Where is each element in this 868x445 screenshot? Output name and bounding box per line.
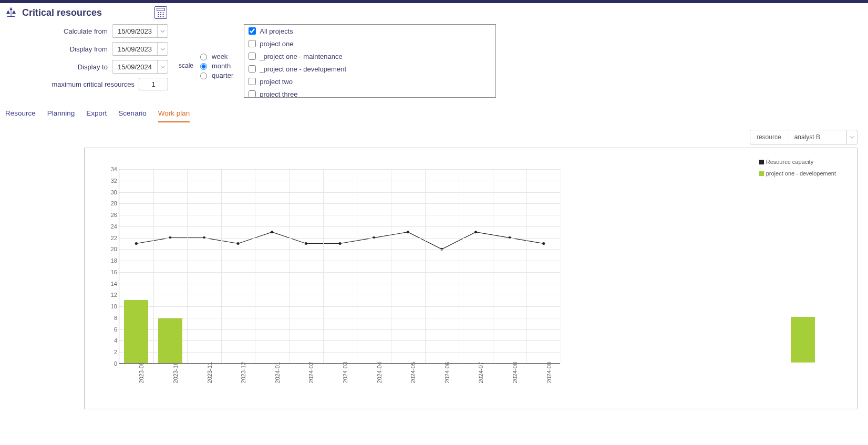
scale-option-week[interactable]: week: [198, 52, 233, 60]
display-from-label: Display from: [70, 45, 108, 53]
svg-point-22: [542, 242, 545, 245]
svg-point-6: [163, 14, 164, 15]
project-checkbox[interactable]: [249, 65, 256, 73]
project-label: project three: [260, 90, 297, 98]
svg-point-1: [158, 12, 159, 13]
project-label: All projects: [260, 27, 293, 35]
resource-select[interactable]: resource analyst B: [750, 130, 857, 144]
page-header: Critical resources: [0, 3, 868, 24]
y-tick: 30: [107, 189, 117, 195]
chevron-down-icon[interactable]: [157, 43, 168, 55]
y-tick: 14: [107, 281, 117, 287]
capacity-line: [119, 169, 560, 363]
project-label: project one: [260, 40, 293, 48]
project-checkbox[interactable]: [249, 90, 256, 98]
chevron-down-icon[interactable]: [846, 130, 857, 144]
legend-capacity: Resource capacity: [759, 159, 836, 165]
chart-legend: Resource capacity project one - develope…: [759, 159, 836, 182]
scale-option-month[interactable]: month: [198, 61, 233, 70]
plot-area: 02468101214161820222426283032342023-0920…: [119, 169, 560, 364]
x-tick: 2023-10: [172, 362, 179, 383]
svg-point-3: [163, 12, 164, 13]
project-list-item[interactable]: _project one - maintenance: [244, 50, 495, 63]
y-tick: 16: [107, 269, 117, 275]
y-tick: 34: [107, 166, 117, 172]
bar: [158, 318, 182, 363]
calculate-from-input[interactable]: 15/09/2023: [112, 24, 168, 38]
project-label: project two: [260, 78, 293, 86]
chart-container: 02468101214161820222426283032342023-0920…: [84, 148, 857, 409]
filter-form: Calculate from 15/09/2023 Display from 1…: [0, 24, 868, 103]
y-tick: 20: [107, 246, 117, 252]
x-tick: 2024-05: [410, 362, 416, 383]
tab-resource[interactable]: Resource: [5, 107, 36, 122]
project-list-item[interactable]: project one: [244, 37, 495, 50]
svg-point-16: [339, 242, 342, 245]
x-tick: 2023-11: [206, 362, 213, 383]
chevron-down-icon[interactable]: [157, 25, 168, 37]
svg-point-9: [163, 16, 164, 17]
project-list[interactable]: All projectsproject one_project one - ma…: [244, 24, 496, 98]
project-list-item[interactable]: All projects: [244, 25, 495, 37]
x-tick: 2024-03: [342, 362, 348, 383]
x-tick: 2024-01: [274, 362, 281, 383]
max-resources-input[interactable]: [139, 78, 168, 90]
resource-select-value: analyst B: [788, 133, 846, 141]
y-tick: 4: [107, 337, 117, 344]
y-tick: 18: [107, 257, 117, 264]
page-title: Critical resources: [22, 7, 102, 18]
svg-point-10: [135, 242, 138, 245]
y-tick: 12: [107, 292, 117, 298]
x-tick: 2023-09: [138, 362, 144, 383]
svg-rect-0: [157, 8, 165, 11]
svg-point-15: [305, 242, 307, 245]
y-tick: 0: [107, 360, 117, 367]
y-tick: 6: [107, 326, 117, 333]
svg-point-14: [271, 231, 273, 233]
x-tick: 2024-08: [512, 362, 518, 383]
svg-point-4: [158, 14, 159, 15]
svg-point-20: [474, 231, 477, 233]
x-tick: 2023-12: [240, 362, 246, 383]
svg-point-5: [160, 14, 161, 15]
project-checkbox[interactable]: [249, 40, 256, 47]
detached-bar: [791, 317, 815, 363]
x-tick: 2024-06: [444, 362, 450, 383]
x-tick: 2024-02: [308, 362, 314, 383]
y-tick: 10: [107, 303, 117, 309]
y-tick: 22: [107, 235, 117, 241]
legend-project: project one - developement: [759, 170, 836, 177]
chevron-down-icon[interactable]: [157, 60, 168, 73]
scale-option-quarter[interactable]: quarter: [198, 71, 233, 79]
scale-radio-group: week month quarter: [198, 52, 233, 79]
y-tick: 8: [107, 315, 117, 321]
display-to-label: Display to: [78, 63, 108, 71]
y-tick: 26: [107, 212, 117, 218]
svg-point-7: [158, 16, 159, 17]
project-list-item[interactable]: project two: [244, 75, 495, 88]
y-tick: 28: [107, 200, 117, 206]
y-tick: 2: [107, 349, 117, 355]
y-tick: 32: [107, 178, 117, 184]
tab-scenario[interactable]: Scenario: [118, 107, 146, 122]
project-list-item[interactable]: project three: [244, 88, 495, 98]
tab-planning[interactable]: Planning: [47, 107, 75, 122]
display-from-input[interactable]: 15/09/2023: [112, 42, 168, 56]
tab-export[interactable]: Export: [86, 107, 107, 122]
display-to-input[interactable]: 15/09/2024: [112, 60, 168, 74]
x-tick: 2024-09: [546, 362, 552, 383]
tab-work-plan[interactable]: Work plan: [158, 107, 190, 122]
max-resources-label: maximum critical resources: [52, 80, 135, 88]
calculator-icon[interactable]: [154, 6, 167, 19]
svg-point-2: [160, 12, 161, 13]
project-label: _project one - maintenance: [260, 53, 343, 60]
project-checkbox[interactable]: [249, 27, 256, 35]
calculate-from-label: Calculate from: [64, 27, 108, 35]
svg-point-18: [407, 231, 409, 233]
project-list-item[interactable]: _project one - developement: [244, 63, 495, 75]
project-checkbox[interactable]: [249, 78, 256, 85]
project-checkbox[interactable]: [249, 53, 256, 60]
y-tick: 24: [107, 223, 117, 230]
bar: [124, 300, 148, 363]
resource-select-label: resource: [750, 133, 788, 141]
